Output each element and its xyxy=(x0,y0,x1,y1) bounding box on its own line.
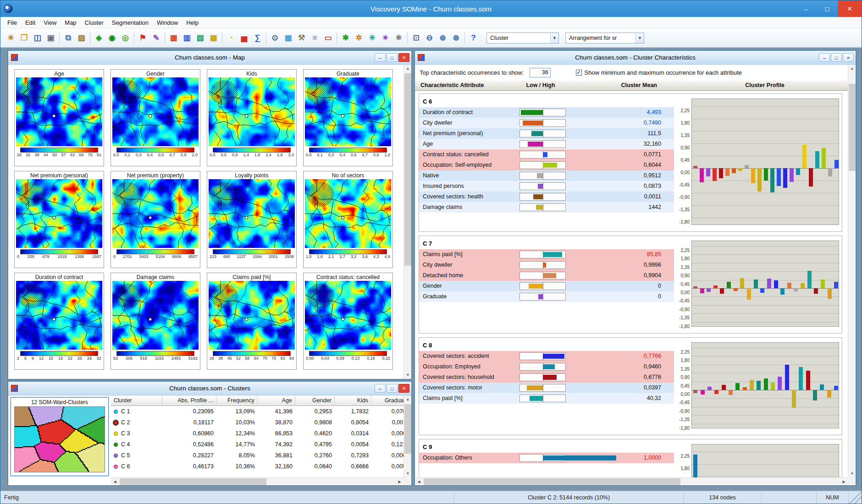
som-map-canvas[interactable] xyxy=(305,77,391,146)
som-map-canvas[interactable] xyxy=(112,281,199,350)
som-map-canvas[interactable] xyxy=(209,179,295,248)
som-map-canvas[interactable] xyxy=(16,179,102,248)
minimize-button[interactable]: – xyxy=(796,0,817,17)
close-icon[interactable]: × xyxy=(398,53,409,62)
titlebar[interactable]: Viscovery SOMine - Churn classes.som – □… xyxy=(0,0,862,17)
maximize-button[interactable]: □ xyxy=(387,384,398,393)
cluster-dropdown[interactable]: Cluster ▼ xyxy=(486,33,559,44)
segmentation-4-icon[interactable]: ✴ xyxy=(379,31,392,44)
table-row[interactable]: C 10,2309513,09%41,3960,29531,78320,0707 xyxy=(111,406,403,417)
som-map-canvas[interactable] xyxy=(305,179,391,248)
attribute-row[interactable]: Age32,160 xyxy=(419,139,674,149)
som-map-tile[interactable]: Gender0,00,10,30,40,60,70,91,0 xyxy=(111,69,200,166)
chevron-down-icon[interactable]: ▼ xyxy=(550,33,558,43)
scroll-thumb[interactable] xyxy=(120,478,266,485)
menu-item-file[interactable]: File xyxy=(3,18,21,27)
scroll-down-icon[interactable]: ▼ xyxy=(404,470,411,477)
attribute-row[interactable]: Claims paid [%]85,85 xyxy=(419,249,674,260)
scroll-right-icon[interactable]: ▶ xyxy=(396,478,403,485)
som-map-canvas[interactable] xyxy=(209,77,295,146)
menu-item-cluster[interactable]: Cluster xyxy=(81,18,108,27)
close-button[interactable]: × xyxy=(838,0,862,17)
attribute-row[interactable]: Net premium (personal)111,5 xyxy=(419,128,674,139)
open-icon[interactable]: ❐ xyxy=(17,31,31,44)
characteristics-horizontal-scrollbar[interactable]: ◀ ▶ xyxy=(415,477,848,485)
column-header-mean[interactable]: Cluster Mean xyxy=(588,82,657,88)
menu-item-help[interactable]: Help xyxy=(182,18,203,27)
clusters-window-titlebar[interactable]: Churn classes.som - Clusters – □ × xyxy=(8,382,411,395)
label-icon[interactable]: ✎ xyxy=(149,31,163,44)
scroll-right-icon[interactable]: ▶ xyxy=(840,478,848,485)
database-icon[interactable]: ≡ xyxy=(308,31,321,44)
table-row[interactable]: C 30,6086012,34%66,8530,46200,03140,0067 xyxy=(111,428,403,439)
menu-item-segmentation[interactable]: Segmentation xyxy=(108,18,153,27)
table-row[interactable]: C 60,4617310,36%32,1600,06400,66660,0058 xyxy=(111,461,403,472)
som-map-canvas[interactable] xyxy=(16,77,102,146)
attribute-row[interactable]: Gender0 xyxy=(419,281,674,291)
attribute-row[interactable]: Insured persons0,0873 xyxy=(419,181,674,192)
attribute-row[interactable]: City dweller0,7490 xyxy=(419,118,674,128)
som-map-tile[interactable]: Loyalty points2236801137159420512508 xyxy=(207,171,297,268)
scroll-thumb[interactable] xyxy=(404,73,411,266)
window-map-icon[interactable]: ▦ xyxy=(167,31,180,44)
segmentation-2-icon[interactable]: ✲ xyxy=(352,31,365,44)
pin-icon[interactable]: ⚑ xyxy=(136,31,149,44)
attribute-row[interactable]: Duration of contract4,493 xyxy=(419,107,674,118)
map-vertical-scrollbar[interactable]: ▲ ▼ xyxy=(403,65,411,379)
som-map-tile[interactable]: Age26323844505763697581 xyxy=(14,69,104,166)
occurrences-input[interactable] xyxy=(530,68,551,77)
save-icon[interactable]: ◫ xyxy=(31,31,44,44)
scroll-up-icon[interactable]: ▲ xyxy=(848,65,856,72)
scroll-left-icon[interactable]: ◀ xyxy=(415,478,423,485)
som-map-tile[interactable]: Graduate0,00,10,30,40,60,70,91,0 xyxy=(303,69,393,166)
column-header-attribute[interactable]: Characteristic Attribute xyxy=(420,82,484,88)
som-map-tile[interactable]: Claims paid [%]29384552586470768393 xyxy=(207,273,297,370)
attribute-row[interactable]: Damage claims1442 xyxy=(419,202,674,213)
pie-chart-icon[interactable]: ◔ xyxy=(224,31,238,44)
new-model-icon[interactable]: ✳ xyxy=(4,31,17,44)
attribute-row[interactable]: Covered sectors: motor0,0397 xyxy=(419,383,674,393)
som-map-tile[interactable]: No of sectors1,01,62,12,73,23,84,34,9 xyxy=(303,171,393,268)
column-header-cluster[interactable]: Cluster xyxy=(111,395,162,406)
search-icon[interactable]: ⊙ xyxy=(268,31,282,44)
minimize-button[interactable]: – xyxy=(819,53,830,62)
som-map-tile[interactable]: Net premium (property)017013403510468068… xyxy=(111,171,200,268)
bar-profile-icon[interactable]: ▅ xyxy=(238,31,251,44)
menu-item-edit[interactable]: Edit xyxy=(21,18,39,27)
attribute-row[interactable]: Native0,9512 xyxy=(419,170,674,181)
column-header-frequency[interactable]: Frequency xyxy=(216,395,258,406)
maximize-button[interactable]: □ xyxy=(831,53,842,62)
statistics-icon[interactable]: ∑ xyxy=(251,31,264,44)
som-map-canvas[interactable] xyxy=(209,281,295,350)
map-attribute-3-icon[interactable]: ◎ xyxy=(119,31,132,44)
som-map-canvas[interactable] xyxy=(112,179,199,248)
print-icon[interactable]: ▣ xyxy=(44,31,57,44)
paste-icon[interactable]: ▨ xyxy=(75,31,88,44)
scroll-down-icon[interactable]: ▼ xyxy=(404,371,411,379)
som-map-tile[interactable]: Net premium (personal)033967910181358169… xyxy=(14,171,104,268)
clusters-vertical-scrollbar[interactable]: ▲ ▼ xyxy=(403,395,411,477)
attribute-row[interactable]: Occupation: Others1,0000 xyxy=(419,453,674,463)
table-row[interactable]: C 50,282278,05%36,8810,27600,72930,0003 xyxy=(111,450,403,461)
minimize-button[interactable]: – xyxy=(375,384,386,393)
attribute-row[interactable]: Contract status: cancelled0,0771 xyxy=(419,149,674,160)
column-header-graduate[interactable]: Graduate xyxy=(371,395,403,406)
som-map-canvas[interactable] xyxy=(305,281,391,350)
data-grid-icon[interactable]: ▦ xyxy=(282,31,295,44)
attribute-row[interactable]: Occupation: Self-employed0,6044 xyxy=(419,160,674,170)
attribute-row[interactable]: Occupation: Employed0,9460 xyxy=(419,362,674,372)
window-ranges-icon[interactable]: ▧ xyxy=(193,31,207,44)
segmentation-5-icon[interactable]: ✵ xyxy=(392,31,405,44)
scroll-up-icon[interactable]: ▲ xyxy=(404,65,411,72)
attribute-row[interactable]: Graduate0 xyxy=(419,291,674,302)
close-icon[interactable]: × xyxy=(398,384,409,393)
som-map-canvas[interactable] xyxy=(112,77,199,146)
zoom-in-icon[interactable]: ⊕ xyxy=(436,31,449,44)
map-window-titlebar[interactable]: Churn classes.som - Map – □ × xyxy=(8,51,411,65)
som-map-canvas[interactable] xyxy=(16,281,102,350)
arrangement-dropdown[interactable]: Arrangement for sr ▼ xyxy=(565,33,644,44)
som-map-tile[interactable]: Contract status: cancelled0,000,040,090,… xyxy=(303,273,393,370)
close-icon[interactable]: × xyxy=(843,53,854,62)
map-attribute-1-icon[interactable]: ◈ xyxy=(92,31,105,44)
window-statistics-icon[interactable]: ▩ xyxy=(207,31,220,44)
